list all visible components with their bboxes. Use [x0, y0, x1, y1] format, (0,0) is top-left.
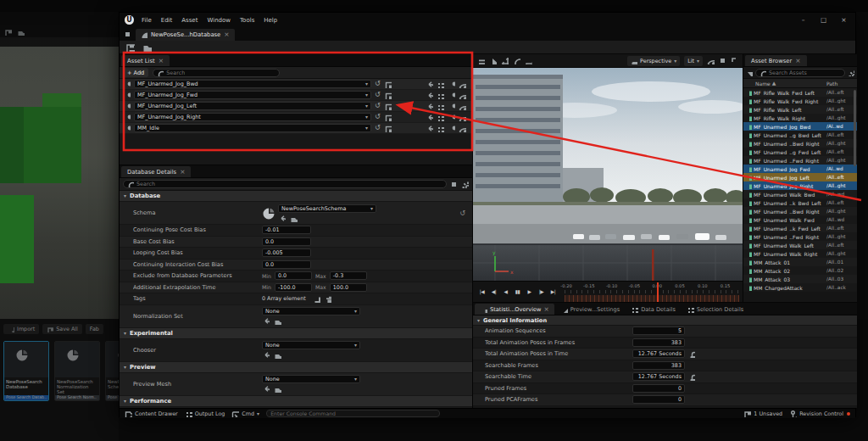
- document-tab[interactable]: NewPoseSe...hDatabase ×: [136, 29, 235, 41]
- browse-to-icon[interactable]: [274, 385, 281, 393]
- asset-dropdown[interactable]: MF_Unarmed_Jog_Bwd▾: [134, 80, 371, 88]
- menu-asset[interactable]: Asset: [181, 17, 198, 24]
- asset-browser-row[interactable]: MF_Unarmed_..g_Fwd_Left/All..eft: [743, 148, 857, 156]
- step-forward-button[interactable]: |▶: [536, 286, 547, 297]
- close-icon[interactable]: ×: [795, 58, 800, 64]
- close-icon[interactable]: ×: [159, 58, 164, 64]
- loop-toggle-icon[interactable]: ↺: [375, 103, 381, 109]
- duplicate-icon[interactable]: [384, 81, 392, 88]
- scale-tool-icon[interactable]: [525, 57, 532, 64]
- asset-list-row[interactable]: MM_Idle▾↺: [120, 123, 472, 134]
- mirror-option-icon[interactable]: [426, 125, 433, 132]
- asset-browser-row[interactable]: MF_Unarmed_..k_Fwd_Left/All..eft: [743, 224, 857, 232]
- show-flags-eye-icon[interactable]: [707, 57, 715, 64]
- property-input[interactable]: -0.01: [262, 226, 311, 234]
- asset-browser-row[interactable]: MF_Unarmed_..g_Bwd_Left/All..eft: [743, 131, 857, 139]
- loop-toggle-icon[interactable]: ↺: [375, 114, 381, 120]
- background-level-viewport[interactable]: [0, 37, 119, 319]
- asset-list-row[interactable]: MF_Unarmed_Jog_Bwd▾↺: [120, 79, 472, 90]
- asset-browser-row[interactable]: MF_Rifle_Walk_Fwd_Left/All..eft: [743, 88, 857, 97]
- asset-list-search[interactable]: Search: [153, 69, 280, 77]
- perspective-dropdown[interactable]: Perspective ▾: [627, 56, 680, 66]
- asset-browser-row[interactable]: MF_Unarmed_..Bwd_Right/All..ght: [743, 207, 857, 215]
- browse-to-icon[interactable]: [274, 317, 281, 325]
- mirror-option-icon[interactable]: [426, 114, 433, 121]
- pose-filter-icon[interactable]: [448, 114, 455, 121]
- mirror-option-icon[interactable]: [426, 103, 433, 110]
- close-icon[interactable]: ×: [224, 31, 229, 38]
- asset-dropdown[interactable]: MF_Unarmed_Jog_Fwd▾: [134, 91, 371, 99]
- max-input[interactable]: 100.0: [330, 283, 367, 292]
- duplicate-icon[interactable]: [384, 103, 392, 110]
- asset-list-row[interactable]: MF_Unarmed_Jog_Left▾↺: [120, 101, 472, 112]
- cmd-dropdown[interactable]: Cmd ▾: [231, 410, 259, 417]
- sampling-range-icon[interactable]: [437, 125, 444, 132]
- asset-browser-search[interactable]: Search Assets: [755, 69, 845, 77]
- asset-browser-row[interactable]: MF_Rifle_Walk_Right/All..ght: [743, 114, 857, 122]
- sampling-range-icon[interactable]: [437, 92, 444, 99]
- timeline-range-bar[interactable]: [565, 294, 739, 302]
- asset-dropdown[interactable]: MF_Unarmed_Jog_Right▾: [134, 113, 371, 121]
- go-to-end-button[interactable]: ▶|: [548, 286, 559, 297]
- visibility-icon[interactable]: [459, 103, 466, 110]
- pose-filter-icon[interactable]: [448, 125, 455, 132]
- content-browser-tile[interactable]: NewPoseSearch DatabasePose Search Datab.…: [3, 341, 49, 401]
- asset-dropdown[interactable]: MM_Idle▾: [134, 124, 371, 132]
- maximize-viewport-icon[interactable]: [731, 57, 738, 64]
- visibility-icon[interactable]: [459, 125, 466, 132]
- details-search[interactable]: Search: [123, 180, 447, 188]
- loop-toggle-icon[interactable]: ↺: [375, 92, 381, 98]
- section-performance[interactable]: ▾Performance: [120, 396, 472, 407]
- asset-browser-row[interactable]: MF_Unarmed_Walk_Fwd/All..wd: [743, 215, 857, 224]
- use-selected-icon[interactable]: [262, 317, 270, 325]
- asset-browser-row[interactable]: MF_Unarmed_..Bwd_Right/All..ght: [743, 139, 857, 148]
- settings-gear-icon[interactable]: [848, 70, 854, 76]
- asset-browser-row[interactable]: MM_Attack_03/All..03: [743, 275, 857, 283]
- sampling-range-icon[interactable]: [437, 81, 444, 88]
- output-log-button[interactable]: Output Log: [185, 410, 225, 417]
- asset-select-dropdown[interactable]: None▾: [262, 375, 360, 383]
- menu-edit[interactable]: Edit: [161, 17, 173, 24]
- pause-button[interactable]: ▮▮: [512, 286, 523, 297]
- visibility-icon[interactable]: [459, 114, 466, 121]
- go-to-front-button[interactable]: |◀: [476, 286, 487, 297]
- asset-browser-row[interactable]: MF_Rifle_Walk_Left/All..eft: [743, 105, 857, 114]
- tab-selection-details[interactable]: Selection Details: [682, 304, 748, 315]
- viewport-scene[interactable]: y x: [473, 68, 743, 281]
- mirror-option-icon[interactable]: [426, 81, 433, 88]
- asset-select-dropdown[interactable]: None▾: [262, 341, 360, 349]
- asset-browser-row[interactable]: MF_Unarmed_Walk_Bwd/All..wd: [743, 190, 857, 198]
- min-input[interactable]: 0.0: [275, 271, 312, 280]
- use-selected-icon[interactable]: [262, 385, 270, 393]
- tab-asset-list[interactable]: Asset List ×: [121, 55, 170, 66]
- asset-list-row[interactable]: MF_Unarmed_Jog_Right▾↺: [120, 112, 472, 123]
- maximize-button[interactable]: □: [817, 16, 830, 24]
- settings-gear-icon[interactable]: [461, 181, 469, 188]
- unsaved-indicator[interactable]: 1 Unsaved: [743, 410, 782, 417]
- pose-filter-icon[interactable]: [448, 81, 455, 88]
- asset-browser-row[interactable]: MF_Unarmed_Jog_Bwd/Al..wd: [743, 122, 857, 131]
- browse-to-icon[interactable]: [274, 351, 281, 359]
- sampling-range-icon[interactable]: [437, 114, 444, 121]
- play-forward-button[interactable]: ▶: [524, 286, 535, 297]
- save-icon[interactable]: [4, 28, 12, 36]
- browse-to-icon[interactable]: [290, 215, 298, 222]
- asset-browser-row[interactable]: MF_Unarmed_Jog_Left/All..eft: [743, 173, 857, 181]
- add-button[interactable]: + Add: [123, 68, 148, 77]
- loop-toggle-icon[interactable]: ↺: [375, 125, 381, 131]
- asset-browser-row[interactable]: MM_Attack_02/All..02: [743, 266, 857, 275]
- select-tool-icon[interactable]: [489, 57, 497, 64]
- layout-icon[interactable]: [124, 31, 131, 38]
- loop-toggle-icon[interactable]: ↺: [375, 81, 381, 87]
- asset-browser-row[interactable]: MF_Unarmed_..Fwd_Right/All..ght: [743, 232, 857, 241]
- timeline-ruler[interactable]: -0.20-0.15-0.10-0.050.000.050.100.15: [565, 282, 739, 303]
- fab-button[interactable]: Fab: [86, 324, 103, 334]
- tab-statisti-overview[interactable]: Statisti...Overview×: [475, 304, 554, 315]
- asset-browser-row[interactable]: MF_Unarmed_..Fwd_Right/All..ght: [743, 156, 857, 165]
- reset-to-default-icon[interactable]: ↺: [459, 209, 465, 217]
- folder-icon[interactable]: [17, 28, 25, 36]
- scrollbar[interactable]: [854, 90, 856, 166]
- import-button[interactable]: Import: [3, 324, 39, 334]
- view-options-icon[interactable]: [450, 181, 458, 188]
- sampling-range-icon[interactable]: [437, 103, 444, 110]
